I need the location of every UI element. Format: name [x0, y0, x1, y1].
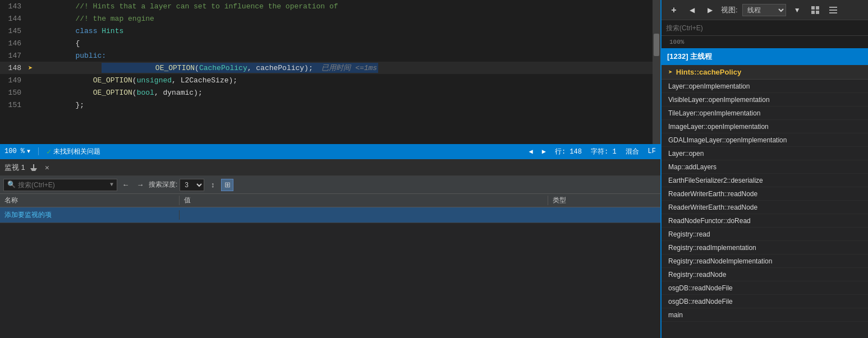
watch-toolbar: 🔍 ▼ ← → 搜索深度: 3 5 10 ↕ ⊞ [0, 176, 660, 194]
search-bar-right [662, 20, 868, 36]
depth-select[interactable]: 3 5 10 [180, 179, 204, 191]
svg-rect-2 [811, 6, 815, 10]
layout-button-2[interactable] [826, 4, 840, 16]
nav-fwd-button[interactable]: → [134, 179, 146, 191]
view-label: 视图: [721, 5, 738, 15]
search-options-icon[interactable]: ▼ [110, 182, 113, 188]
col-header-type: 类型 [548, 196, 660, 205]
line-content-149: OE_OPTION(unsigned, L2CacheSize); [38, 76, 653, 85]
search-input[interactable] [18, 181, 108, 189]
callstack-item-3[interactable]: ImageLayer::openImplementation [662, 120, 868, 133]
right-panel-header: + ◀ ▶ 视图: 线程 调用堆栈 ▼ [662, 0, 868, 20]
callstack-item-5[interactable]: Layer::open [662, 147, 868, 160]
close-button[interactable]: ✕ [42, 163, 52, 173]
active-frame-arrow: ➤ [668, 68, 673, 77]
status-sep-1 [38, 147, 39, 155]
line-num-145: 145 [0, 27, 28, 35]
row-indicator: 行: 148 [555, 147, 582, 156]
table-row-add[interactable]: 添加要监视的项 [0, 207, 660, 223]
search-box[interactable]: 🔍 ▼ [3, 179, 117, 191]
callstack-item-12[interactable]: Registry::readImplementation [662, 241, 868, 254]
callstack-item-9[interactable]: ReaderWriterEarth::readNode [662, 201, 868, 214]
callstack-item-1[interactable]: VisibleLayer::openImplementation [662, 93, 868, 107]
callstack-item-7[interactable]: EarthFileSerializer2::deserialize [662, 174, 868, 187]
line-num-150: 150 [0, 89, 28, 97]
callstack-item-17[interactable]: main [662, 308, 868, 322]
code-line-146: 146 { [0, 37, 653, 49]
code-line-151: 151 }; [0, 99, 653, 111]
svg-rect-3 [816, 6, 819, 10]
callstack-item-15[interactable]: osgDB::readNodeFile [662, 281, 868, 295]
callstack-item-14[interactable]: Registry::readNode [662, 268, 868, 281]
add-thread-button[interactable]: + [667, 4, 681, 16]
line-num-148: 148 [0, 64, 28, 72]
check-icon: ✓ [47, 147, 51, 156]
status-bar: 100 % ▼ ✓ 未找到相关问题 ◀ ▶ 行: 148 字符: 1 混合 LF [0, 144, 660, 159]
svg-rect-6 [829, 7, 837, 8]
nav-back-button[interactable]: ← [120, 179, 132, 191]
search-input-right[interactable] [666, 24, 864, 32]
callstack-item-4[interactable]: GDALImageLayer::openImplementation [662, 133, 868, 147]
code-line-144: 144 //! the map engine [0, 12, 653, 25]
active-frame-row[interactable]: ➤ Hints::cachePolicy [662, 65, 868, 80]
callstack-list[interactable]: Layer::openImplementationVisibleLayer::o… [662, 80, 868, 338]
code-line-143: 143 //! Hints that a layer can set to in… [0, 0, 653, 12]
callstack-item-0[interactable]: Layer::openImplementation [662, 80, 868, 93]
nav-fwd-right-button[interactable]: ▶ [703, 4, 717, 16]
line-num-151: 151 [0, 101, 28, 109]
col-indicator: 字符: 1 [591, 147, 617, 156]
panel-header: 监视 1 ✕ [0, 159, 660, 176]
svg-rect-0 [33, 164, 34, 168]
grid-button[interactable]: ⊞ [221, 179, 233, 191]
callstack-title: [1232] 主线程 [667, 52, 712, 62]
zoom-control[interactable]: 100 % ▼ [4, 147, 30, 155]
scrollbar-thumb[interactable] [654, 34, 659, 56]
svg-rect-5 [816, 11, 819, 14]
code-editor[interactable]: 143 //! Hints that a layer can set to in… [0, 0, 653, 144]
nav-left-btn[interactable]: ◀ [529, 147, 533, 156]
line-content-144: //! the map engine [38, 15, 653, 23]
code-line-149: 149 OE_OPTION(unsigned, L2CacheSize); [0, 74, 653, 86]
watch-panel: 监视 1 ✕ 🔍 ▼ ← → 搜索深度: 3 5 10 [0, 159, 660, 338]
callstack-item-13[interactable]: Registry::readNodeImplementation [662, 254, 868, 268]
nav-back-right-button[interactable]: ◀ [685, 4, 699, 16]
line-content-143: //! Hints that a layer can set to influe… [38, 2, 653, 11]
line-num-143: 143 [0, 2, 28, 11]
zoom-dropdown-icon[interactable]: ▼ [27, 149, 30, 155]
code-line-150: 150 OE_OPTION(bool, dynamic); [0, 86, 653, 99]
line-num-147: 147 [0, 52, 28, 60]
no-issues-text: 未找到相关问题 [53, 147, 100, 156]
code-line-145: 145 class Hints [0, 25, 653, 37]
editor-scrollbar[interactable] [653, 0, 660, 144]
callstack-item-2[interactable]: TileLayer::openImplementation [662, 107, 868, 120]
svg-rect-7 [829, 10, 837, 11]
encoding-indicator: 混合 [626, 147, 639, 156]
view-select[interactable]: 线程 调用堆栈 [742, 4, 786, 16]
col-header-name: 名称 [0, 196, 180, 205]
pin-button[interactable] [29, 163, 39, 173]
depth-label: 搜索深度: [149, 180, 177, 189]
zoom-value: 100 % [4, 147, 25, 155]
watch-table: 名称 值 类型 添加要监视的项 [0, 194, 660, 338]
active-frame-name: Hints::cachePolicy [676, 68, 741, 76]
table-header: 名称 值 类型 [0, 194, 660, 207]
line-arrow-148: ➤ [28, 63, 38, 73]
status-right: ◀ ▶ 行: 148 字符: 1 混合 LF [529, 147, 656, 156]
svg-marker-1 [30, 168, 37, 171]
filter-button[interactable]: ▼ [791, 4, 804, 16]
add-watch-cell[interactable]: 添加要监视的项 [0, 210, 180, 220]
zoom-row: 100% [662, 36, 868, 48]
callstack-item-11[interactable]: Registry::read [662, 228, 868, 241]
panel-title: 监视 1 [4, 163, 25, 173]
line-num-149: 149 [0, 76, 28, 85]
line-content-146: { [38, 39, 653, 48]
line-content-150: OE_OPTION(bool, dynamic); [38, 89, 653, 97]
callstack-item-8[interactable]: ReaderWriterEarth::readNode [662, 187, 868, 201]
nav-right-btn[interactable]: ▶ [542, 147, 546, 156]
col-header-value: 值 [180, 196, 548, 205]
callstack-item-10[interactable]: ReadNodeFunctor::doRead [662, 214, 868, 228]
callstack-item-6[interactable]: Map::addLayers [662, 160, 868, 174]
layout-button-1[interactable] [809, 4, 822, 16]
sort-button[interactable]: ↕ [206, 179, 219, 191]
callstack-item-16[interactable]: osgDB::readNodeFile [662, 295, 868, 308]
